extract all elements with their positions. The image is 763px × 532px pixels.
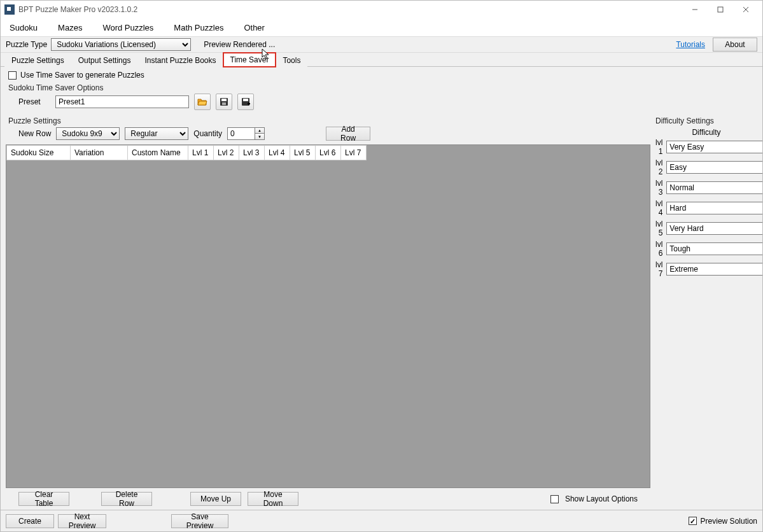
col-lvl6[interactable]: Lvl 6 [316, 146, 341, 160]
menubar: Sudoku Mazes Word Puzzles Math Puzzles O… [1, 18, 762, 36]
app-icon [4, 4, 15, 15]
top-toolbar: Puzzle Type Sudoku Variations (Licensed)… [1, 36, 762, 53]
variation-select[interactable]: Regular [125, 127, 188, 140]
minimize-button[interactable] [682, 1, 708, 18]
show-layout-options-checkbox[interactable] [550, 495, 559, 503]
tab-output-settings[interactable]: Output Settings [71, 53, 138, 67]
tab-instant-puzzle-books[interactable]: Instant Puzzle Books [137, 53, 223, 67]
col-lvl4[interactable]: Lvl 4 [265, 146, 290, 160]
tab-time-saver[interactable]: Time Saver [223, 53, 276, 67]
svg-rect-8 [243, 99, 248, 101]
use-time-saver-label: Use Time Saver to generate Puzzles [20, 71, 144, 80]
lvl6-label: lvl 6 [655, 240, 662, 258]
puzzle-type-label: Puzzle Type [6, 40, 47, 49]
move-down-button[interactable]: Move Down [248, 492, 298, 506]
tutorials-link[interactable]: Tutorials [676, 40, 705, 49]
lvl2-input[interactable] [666, 161, 763, 174]
col-lvl7[interactable]: Lvl 7 [341, 146, 367, 160]
menu-mazes[interactable]: Mazes [54, 20, 86, 35]
menu-math-puzzles[interactable]: Math Puzzles [170, 20, 227, 35]
col-variation[interactable]: Variation [71, 146, 128, 160]
lvl5-label: lvl 5 [655, 220, 662, 237]
preview-status: Preview Rendered ... [204, 40, 275, 49]
lvl1-input[interactable] [666, 141, 763, 153]
lvl6-input[interactable] [666, 242, 763, 255]
close-button[interactable] [733, 1, 759, 18]
menu-other[interactable]: Other [240, 20, 269, 35]
open-preset-button[interactable] [194, 94, 211, 110]
svg-rect-1 [718, 7, 723, 12]
lvl4-input[interactable] [666, 202, 763, 214]
next-preview-button[interactable]: Next Preview [58, 514, 106, 528]
show-layout-options-label: Show Layout Options [565, 494, 638, 503]
save-icon [219, 97, 229, 107]
quantity-up[interactable]: ▲ [255, 128, 264, 134]
sudoku-size-select[interactable]: Sudoku 9x9 [56, 127, 120, 140]
col-lvl3[interactable]: Lvl 3 [239, 146, 265, 160]
window-title: BPT Puzzle Maker Pro v2023.1.0.2 [18, 5, 137, 14]
lvl5-input[interactable] [666, 222, 763, 235]
delete-row-button[interactable]: Delete Row [101, 492, 152, 506]
lvl4-label: lvl 4 [655, 199, 662, 217]
tab-tools[interactable]: Tools [276, 53, 307, 67]
preview-solution-checkbox[interactable] [689, 517, 697, 525]
about-button[interactable]: About [713, 38, 757, 52]
move-up-button[interactable]: Move Up [190, 492, 241, 506]
col-custom-name[interactable]: Custom Name [128, 146, 188, 160]
save-plus-icon [241, 97, 251, 107]
preset-label: Preset [18, 97, 50, 106]
col-lvl1[interactable]: Lvl 1 [188, 146, 214, 160]
puzzle-settings-label: Puzzle Settings [6, 114, 650, 127]
save-as-preset-button[interactable] [237, 94, 254, 110]
svg-rect-5 [221, 99, 227, 101]
bottom-bar: Create Next Preview Save Preview Preview… [1, 510, 762, 531]
new-row-label: New Row [18, 129, 51, 138]
difficulty-header: Difficulty [655, 127, 757, 138]
preset-input[interactable] [55, 95, 189, 108]
time-saver-options-label: Sudoku Time Saver Options [6, 81, 757, 94]
col-lvl5[interactable]: Lvl 5 [290, 146, 316, 160]
menu-sudoku[interactable]: Sudoku [6, 20, 41, 35]
preview-solution-label: Preview Solution [701, 517, 757, 526]
folder-open-icon [197, 97, 207, 107]
quantity-down[interactable]: ▼ [255, 134, 264, 139]
clear-table-button[interactable]: Clear Table [18, 492, 69, 506]
col-lvl2[interactable]: Lvl 2 [214, 146, 239, 160]
titlebar: BPT Puzzle Maker Pro v2023.1.0.2 [1, 1, 762, 18]
lvl7-label: lvl 7 [655, 260, 662, 278]
tab-puzzle-settings[interactable]: Puzzle Settings [4, 53, 71, 67]
content-area: Use Time Saver to generate Puzzles Sudok… [1, 67, 762, 510]
maximize-button[interactable] [708, 1, 733, 18]
create-button[interactable]: Create [6, 514, 54, 528]
lvl3-input[interactable] [666, 181, 763, 194]
quantity-input[interactable] [228, 128, 255, 139]
menu-word-puzzles[interactable]: Word Puzzles [99, 20, 157, 35]
difficulty-settings-label: Difficulty Settings [655, 114, 757, 127]
quantity-stepper[interactable]: ▲▼ [227, 127, 265, 140]
save-preset-button[interactable] [216, 94, 232, 110]
puzzle-table[interactable]: Sudoku Size Variation Custom Name Lvl 1 … [6, 144, 650, 488]
quantity-label: Quantity [193, 129, 222, 138]
lvl7-input[interactable] [666, 263, 763, 276]
col-sudoku-size[interactable]: Sudoku Size [7, 146, 71, 160]
add-row-button[interactable]: Add Row [326, 127, 370, 141]
svg-rect-6 [222, 102, 226, 105]
lvl2-label: lvl 2 [655, 158, 662, 176]
use-time-saver-checkbox[interactable] [8, 71, 17, 80]
lvl1-label: lvl 1 [655, 138, 662, 156]
save-preview-button[interactable]: Save Preview [171, 514, 228, 528]
tabstrip: Puzzle Settings Output Settings Instant … [1, 53, 762, 67]
lvl3-label: lvl 3 [655, 179, 662, 197]
puzzle-type-select[interactable]: Sudoku Variations (Licensed) [51, 38, 191, 51]
